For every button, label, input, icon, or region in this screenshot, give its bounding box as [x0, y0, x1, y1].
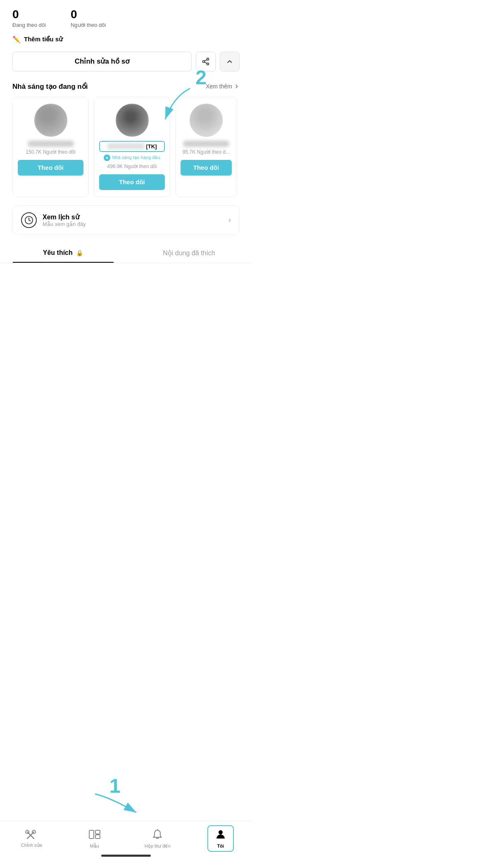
tab-favorites[interactable]: Yêu thích 🔒 [0, 243, 126, 263]
tab-liked-content[interactable]: Nội dung đã thích [126, 243, 252, 263]
follow-button-1[interactable]: Theo dõi [18, 160, 83, 176]
creator-2-followers: 496.9K Người theo dõi [107, 164, 157, 169]
creator-badge-row: ★ Nhà sáng tạo hàng đầu [104, 154, 160, 161]
creator-3-followers: 95.7K Người theo d... [183, 149, 230, 155]
nav-spacer [0, 346, 252, 395]
history-texts: Xem lịch sử Mẫu xem gần đây [43, 213, 86, 227]
history-subtitle: Mẫu xem gần đây [43, 221, 86, 227]
page-wrapper: 0 Đang theo dõi 0 Người theo dõi ✏️ Thêm… [0, 0, 252, 395]
history-row[interactable]: Xem lịch sử Mẫu xem gần đây › [12, 205, 240, 235]
badge-star-icon: ★ [104, 154, 110, 161]
bio-row[interactable]: ✏️ Thêm tiểu sử [0, 31, 252, 48]
creator-section: Nhà sáng tạo đang nổi Xem thêm 2 [0, 76, 252, 197]
tabs-row: Yêu thích 🔒 Nội dung đã thích [0, 243, 252, 263]
following-count: 0 [12, 8, 46, 21]
creator-cards: 150.7K Người theo dõi Theo dõi [TK] ★ Nh… [12, 97, 240, 197]
avatar-1 [34, 104, 67, 137]
creator-section-title: Nhà sáng tạo đang nổi [12, 82, 88, 91]
collapse-button[interactable] [220, 52, 240, 71]
tab-liked-label: Nội dung đã thích [163, 249, 215, 257]
creator-name-1-blur [28, 141, 74, 147]
follow-button-2[interactable]: Theo dõi [99, 174, 165, 190]
creator-header: Nhà sáng tạo đang nổi Xem thêm [12, 82, 240, 91]
clock-icon [21, 212, 37, 228]
creator-name-3-blur [183, 141, 229, 147]
edit-profile-button[interactable]: Chỉnh sửa hồ sơ [12, 52, 192, 71]
chevron-right-icon: › [228, 216, 231, 224]
followers-label: Người theo dõi [71, 22, 106, 28]
see-more-link[interactable]: Xem thêm [206, 83, 240, 90]
followers-stat: 0 Người theo dõi [71, 8, 106, 28]
share-button[interactable] [196, 52, 216, 71]
following-stat: 0 Đang theo dõi [12, 8, 46, 28]
history-left: Xem lịch sử Mẫu xem gần đây [21, 212, 86, 228]
edit-row: Chỉnh sửa hồ sơ [0, 48, 252, 76]
creator-tk-label: [TK] [146, 143, 157, 150]
svg-line-4 [204, 59, 207, 61]
followers-count: 0 [71, 8, 106, 21]
stats-row: 0 Đang theo dõi 0 Người theo dõi [0, 0, 252, 31]
lock-icon: 🔒 [76, 249, 83, 256]
creator-name-box-2: [TK] [99, 141, 165, 152]
badge-text: Nhà sáng tạo hàng đầu [112, 155, 160, 160]
history-title: Xem lịch sử [43, 213, 86, 221]
content-empty-area [0, 263, 252, 346]
pencil-icon: ✏️ [12, 36, 21, 43]
bio-label: Thêm tiểu sử [24, 36, 63, 43]
follow-button-3[interactable]: Theo dõi [181, 160, 232, 176]
creator-card-3[interactable]: 95.7K Người theo d... Theo dõi [175, 97, 237, 197]
creator-1-followers: 150.7K Người theo dõi [26, 149, 75, 155]
tab-favorites-label: Yêu thích [43, 249, 73, 256]
avatar-3 [190, 104, 223, 137]
following-label: Đang theo dõi [12, 22, 46, 28]
avatar-2 [116, 104, 149, 137]
svg-line-3 [204, 62, 207, 63]
creator-card-1[interactable]: 150.7K Người theo dõi Theo dõi [12, 97, 89, 197]
creator-card-2[interactable]: [TK] ★ Nhà sáng tạo hàng đầu 496.9K Ngườ… [94, 97, 170, 197]
creator-cards-container: 2 150.7K Người theo dõi T [12, 97, 240, 197]
